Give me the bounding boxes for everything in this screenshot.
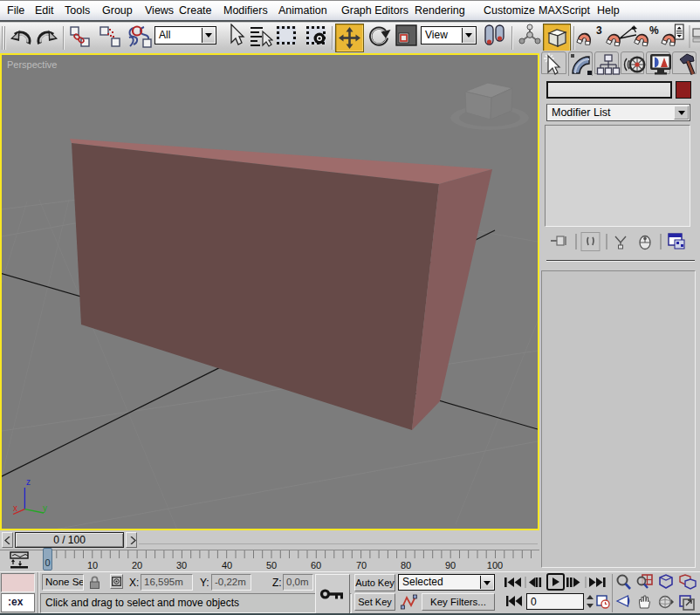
svg-text:90: 90 bbox=[445, 560, 456, 571]
svg-text:80: 80 bbox=[401, 560, 411, 571]
svg-text:100: 100 bbox=[487, 560, 503, 571]
svg-text:x: x bbox=[13, 503, 17, 513]
svg-text:30: 30 bbox=[176, 560, 187, 571]
svg-text:z: z bbox=[26, 477, 31, 487]
svg-text:40: 40 bbox=[222, 560, 232, 571]
svg-text:10: 10 bbox=[87, 560, 98, 571]
svg-text:y: y bbox=[43, 503, 47, 513]
svg-text:60: 60 bbox=[311, 560, 321, 571]
svg-text:Perspective: Perspective bbox=[7, 59, 57, 70]
svg-text:50: 50 bbox=[266, 560, 277, 571]
svg-text:20: 20 bbox=[132, 560, 142, 571]
svg-text:3: 3 bbox=[596, 24, 602, 37]
svg-text:%: % bbox=[649, 24, 659, 37]
svg-text:70: 70 bbox=[356, 560, 367, 571]
